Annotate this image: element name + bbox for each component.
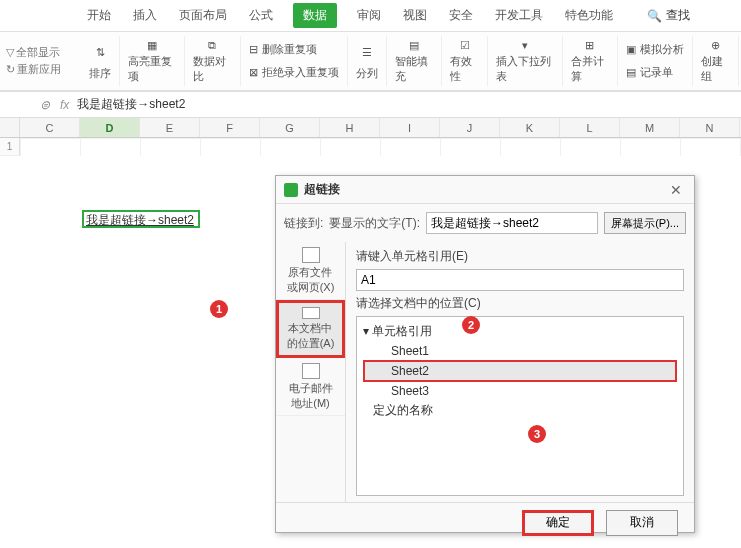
dialog-buttons: 确定 取消 [276, 502, 694, 542]
ribbon: ▽全部显示 ↻重新应用 ⇅ 排序 ▦ 高亮重复项 ⧉ 数据对比 ⊟删除重复项 ⊠… [0, 32, 741, 92]
file-web-icon [302, 247, 320, 263]
tab-dev[interactable]: 开发工具 [493, 3, 545, 28]
close-icon[interactable]: ✕ [666, 182, 686, 198]
dialog-sidebar: 原有文件 或网页(X) 本文档中 的位置(A) 电子邮件 地址(M) [276, 242, 346, 502]
sim-icon: ▣ [626, 43, 636, 56]
tab-formula[interactable]: 公式 [247, 3, 275, 28]
record-icon: ▤ [626, 66, 636, 79]
link-to-label: 链接到: [284, 215, 323, 232]
remove-dup-icon: ⊟ [249, 43, 258, 56]
tab-view[interactable]: 视图 [401, 3, 429, 28]
reapply[interactable]: ↻重新应用 [6, 62, 81, 77]
highlight-icon: ▦ [141, 38, 163, 52]
merge-icon: ⊞ [579, 38, 601, 52]
row-1[interactable]: 1 [0, 138, 20, 156]
marker-3: 3 [528, 425, 546, 443]
ok-button[interactable]: 确定 [522, 510, 594, 536]
cellref-input[interactable] [356, 269, 684, 291]
display-text-input[interactable] [426, 212, 598, 234]
tree-sheet3[interactable]: Sheet3 [363, 382, 677, 400]
tree-cellref-root[interactable]: ▾ 单元格引用 [363, 321, 677, 342]
merge-group[interactable]: ⊞ 合并计算 [563, 36, 618, 86]
col-l[interactable]: L [560, 118, 620, 137]
location-tree[interactable]: ▾ 单元格引用 Sheet1 Sheet2 Sheet3 定义的名称 [356, 316, 684, 496]
validity-icon: ☑ [454, 38, 476, 52]
display-text-label: 要显示的文字(T): [329, 215, 420, 232]
tab-layout[interactable]: 页面布局 [177, 3, 229, 28]
cells-area[interactable]: /* rows drawn via CSS grid background */… [20, 138, 741, 156]
group-group[interactable]: ⊕ 创建组 [693, 36, 739, 86]
search-button[interactable]: 🔍 查找 [647, 7, 690, 24]
marker-1: 1 [210, 300, 228, 318]
dropdown-group[interactable]: ▾ 插入下拉列表 [488, 36, 563, 86]
funnel-icon: ▽ [6, 46, 14, 59]
formula-bar: ⊜ fx 我是超链接→sheet2 [0, 92, 741, 118]
dialog-main: 请键入单元格引用(E) 请选择文档中的位置(C) ▾ 单元格引用 Sheet1 … [346, 242, 694, 502]
smartfill-icon: ▤ [403, 38, 425, 52]
col-d[interactable]: D [80, 118, 140, 137]
split-icon: ☰ [356, 42, 378, 64]
col-f[interactable]: F [200, 118, 260, 137]
dialog-titlebar[interactable]: 超链接 ✕ [276, 176, 694, 204]
cellref-label: 请键入单元格引用(E) [356, 248, 684, 265]
group-icon: ⊕ [705, 38, 727, 52]
sidebar-email[interactable]: 电子邮件 地址(M) [276, 358, 345, 416]
sidebar-this-document[interactable]: 本文档中 的位置(A) [276, 300, 345, 358]
col-n[interactable]: N [680, 118, 740, 137]
dropdown-icon: ▾ [514, 38, 536, 52]
row-headers: 1 [0, 138, 20, 156]
col-e[interactable]: E [140, 118, 200, 137]
fx-label[interactable]: fx [60, 98, 69, 112]
tree-names-root[interactable]: 定义的名称 [363, 400, 677, 421]
smartfill-group[interactable]: ▤ 智能填充 [387, 36, 442, 86]
tab-insert[interactable]: 插入 [131, 3, 159, 28]
data-compare-group[interactable]: ⧉ 数据对比 [185, 36, 240, 86]
duplicate-stack: ⊟删除重复项 ⊠拒绝录入重复项 [241, 36, 348, 86]
ribbon-filter-options: ▽全部显示 ↻重新应用 [2, 36, 81, 86]
tab-home[interactable]: 开始 [85, 3, 113, 28]
hyperlink-cell[interactable]: 我是超链接→sheet2 [82, 210, 200, 228]
tab-data[interactable]: 数据 [293, 3, 337, 28]
validity-group[interactable]: ☑ 有效性 [442, 36, 488, 86]
col-m[interactable]: M [620, 118, 680, 137]
formula-value[interactable]: 我是超链接→sheet2 [77, 96, 185, 113]
search-icon: 🔍 [647, 9, 662, 23]
tab-special[interactable]: 特色功能 [563, 3, 615, 28]
col-g[interactable]: G [260, 118, 320, 137]
marker-2: 2 [462, 316, 480, 334]
sort-icon: ⇅ [89, 42, 111, 64]
email-icon [302, 363, 320, 379]
reject-dup[interactable]: ⊠拒绝录入重复项 [249, 65, 339, 80]
sim-stack: ▣模拟分析 ▤记录单 [618, 36, 693, 86]
simulate[interactable]: ▣模拟分析 [626, 42, 684, 57]
col-c[interactable]: C [20, 118, 80, 137]
highlight-dup-group[interactable]: ▦ 高亮重复项 [120, 36, 185, 86]
app-icon [284, 183, 298, 197]
tooltip-button[interactable]: 屏幕提示(P)... [604, 212, 686, 234]
reject-dup-icon: ⊠ [249, 66, 258, 79]
sidebar-existing-file[interactable]: 原有文件 或网页(X) [276, 242, 345, 300]
col-i[interactable]: I [380, 118, 440, 137]
tab-security[interactable]: 安全 [447, 3, 475, 28]
col-h[interactable]: H [320, 118, 380, 137]
menubar: 开始 插入 页面布局 公式 数据 审阅 视图 安全 开发工具 特色功能 🔍 查找 [0, 0, 741, 32]
dialog-title: 超链接 [304, 181, 666, 198]
tree-sheet1[interactable]: Sheet1 [363, 342, 677, 360]
col-j[interactable]: J [440, 118, 500, 137]
tab-review[interactable]: 审阅 [355, 3, 383, 28]
fx-prefix: ⊜ [0, 98, 56, 112]
cancel-button[interactable]: 取消 [606, 510, 678, 536]
split-group[interactable]: ☰ 分列 [348, 36, 387, 86]
record-form[interactable]: ▤记录单 [626, 65, 684, 80]
tree-sheet2[interactable]: Sheet2 [363, 360, 677, 382]
remove-dup[interactable]: ⊟删除重复项 [249, 42, 339, 57]
column-headers: C D E F G H I J K L M N [0, 118, 741, 138]
dialog-top-row: 链接到: 要显示的文字(T): 屏幕提示(P)... [276, 204, 694, 242]
show-all[interactable]: ▽全部显示 [6, 45, 81, 60]
compare-icon: ⧉ [201, 38, 223, 52]
sort-group[interactable]: ⇅ 排序 [81, 36, 120, 86]
hyperlink-dialog: 超链接 ✕ 链接到: 要显示的文字(T): 屏幕提示(P)... 原有文件 或网… [275, 175, 695, 533]
select-position-label: 请选择文档中的位置(C) [356, 295, 684, 312]
col-k[interactable]: K [500, 118, 560, 137]
document-icon [302, 307, 320, 319]
